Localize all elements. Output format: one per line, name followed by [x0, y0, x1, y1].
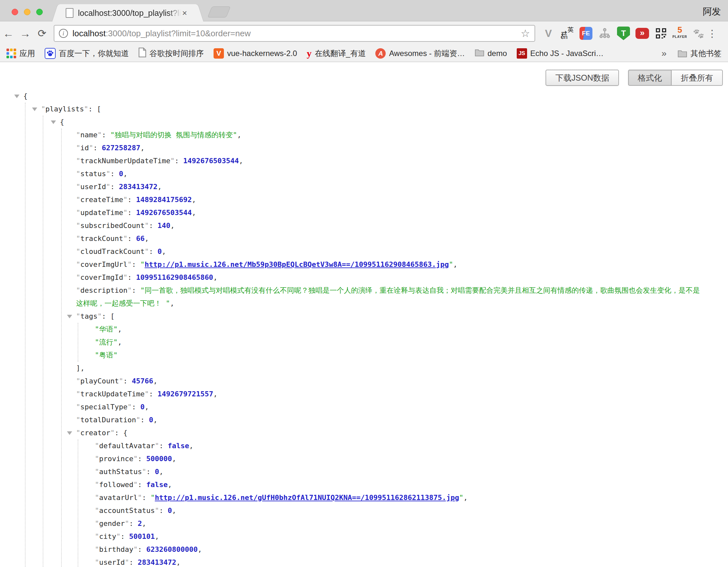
json-quote: "	[95, 481, 99, 489]
collapse-toggle-icon[interactable]	[14, 95, 19, 98]
tab-strip: localhost:3000/top_playlist?lim × 阿发	[0, 0, 728, 21]
json-quote: "	[76, 273, 80, 281]
bookmark-label: vue-hackernews-2.0	[227, 49, 297, 58]
json-colon: :	[93, 144, 102, 152]
new-tab-button[interactable]	[207, 6, 231, 17]
json-colon: :	[132, 403, 140, 411]
json-quote: "	[145, 221, 149, 229]
json-number-value: 0	[149, 416, 153, 424]
bookmark-youdao[interactable]: y在线翻译_有道	[307, 48, 366, 59]
json-line: "cloudTrackCount": 0,	[0, 245, 728, 258]
bookmark-label: demo	[488, 49, 507, 58]
chrome-menu-icon[interactable]: ⋮	[707, 28, 717, 39]
collapse-all-button[interactable]: 折叠所有	[672, 70, 723, 86]
json-number-value: 500101	[129, 532, 155, 540]
format-button[interactable]: 格式化	[628, 70, 672, 86]
json-key: createTime	[80, 195, 123, 204]
back-icon[interactable]: ←	[0, 27, 17, 40]
json-colon: :	[115, 429, 123, 437]
json-key: accountStatus	[99, 507, 155, 515]
json-quote: "	[155, 507, 159, 515]
bookmark-google-sort[interactable]: 谷歌按时间排序	[138, 48, 204, 59]
json-comma: ,	[453, 260, 458, 268]
bookmarks-overflow-icon[interactable]: »	[661, 48, 667, 59]
json-colon: :	[127, 234, 136, 242]
other-bookmarks-folder[interactable]: 其他书签	[678, 48, 722, 59]
json-quote: "	[119, 377, 123, 385]
bookmark-label: Awesomes - 前端资…	[389, 48, 465, 59]
bookmark-label: 在线翻译_有道	[315, 48, 366, 59]
translate-icon[interactable]: ⇄英en	[560, 26, 574, 40]
bookmark-baidu[interactable]: 百度一下，你就知道	[45, 48, 129, 59]
json-comma: ,	[118, 325, 122, 333]
collapse-toggle-icon[interactable]	[67, 431, 72, 435]
collapse-toggle-icon[interactable]	[67, 315, 72, 318]
json-line: "userId": 283413472,	[0, 556, 728, 567]
collapse-toggle-icon[interactable]	[32, 107, 37, 111]
json-line: "华语",	[0, 323, 728, 336]
bookmark-awesomes[interactable]: AAwesomes - 前端资…	[375, 48, 465, 59]
json-colon: :	[132, 286, 140, 295]
json-comma: ,	[237, 131, 241, 139]
reload-icon[interactable]: ⟳	[34, 27, 50, 39]
json-number-value: 45766	[132, 377, 153, 385]
bookmark-echojs[interactable]: JSEcho JS - JavaScri…	[517, 48, 604, 59]
bookmark-apps[interactable]: 应用	[6, 48, 35, 59]
url-host: localhost	[72, 28, 106, 38]
sitemap-icon[interactable]	[598, 26, 612, 40]
json-colon: :	[140, 416, 149, 424]
json-string-value: "同一首歌，独唱模式与对唱模式有没有什么不同呢？独唱是一个人的演绎，重在诠释与表…	[76, 286, 700, 307]
json-quote: "	[76, 260, 80, 268]
json-url-link[interactable]: http://p1.music.126.net/gUfH0bhzOfAl71NU…	[155, 494, 459, 502]
json-quote: "	[110, 429, 115, 437]
qrcode-icon[interactable]	[654, 26, 668, 40]
url-path: :3000/top_playlist?limit=10&order=new	[106, 28, 251, 38]
json-quote: "	[95, 442, 99, 450]
address-bar[interactable]: i localhost:3000/top_playlist?limit=10&o…	[54, 25, 535, 42]
indent-guide	[25, 103, 26, 567]
echojs-icon: JS	[517, 48, 527, 59]
json-quote: "	[127, 260, 132, 268]
video-download-icon[interactable]: »	[635, 26, 649, 40]
bookmark-demo-folder[interactable]: demo	[475, 49, 507, 58]
zoom-window-button[interactable]	[36, 9, 43, 15]
bookmark-star-icon[interactable]: ☆	[521, 27, 530, 39]
json-url-link[interactable]: http://p1.music.126.net/Mb59p30BpEQLcBQe…	[145, 260, 449, 268]
json-line: "playlists": [	[0, 103, 728, 116]
json-colon: :	[127, 208, 136, 217]
json-quote: "	[140, 260, 145, 268]
json-tree: {"playlists": [{"name": "独唱与对唱的切换 氛围与情感的…	[0, 90, 728, 567]
json-quote: "	[133, 481, 138, 489]
json-bracket: [	[97, 105, 101, 113]
close-window-button[interactable]	[12, 9, 18, 15]
json-number-value: 623260800000	[146, 545, 198, 553]
profile-name[interactable]: 阿发	[703, 6, 721, 18]
download-json-button[interactable]: 下载JSON数据	[546, 70, 619, 86]
json-comma: ,	[213, 273, 217, 281]
paw-icon[interactable]: 🐾	[692, 26, 705, 40]
json-line: "流行",	[0, 336, 728, 349]
tab-close-icon[interactable]: ×	[182, 9, 187, 17]
json-key: playlists	[45, 105, 84, 113]
bookmark-label: 百度一下，你就知道	[59, 48, 129, 59]
json-quote: "	[76, 208, 80, 217]
collapse-toggle-icon[interactable]	[51, 120, 56, 124]
forward-icon[interactable]: →	[17, 27, 34, 40]
minimize-window-button[interactable]	[24, 9, 30, 15]
browser-tab[interactable]: localhost:3000/top_playlist?lim ×	[60, 4, 196, 22]
json-line: "province": 500000,	[0, 452, 728, 465]
json-line: "accountStatus": 0,	[0, 504, 728, 517]
json-quote: "	[123, 273, 127, 281]
json-number-value: 0	[140, 403, 145, 411]
fe-icon[interactable]: FE	[579, 26, 593, 40]
url-text[interactable]: localhost:3000/top_playlist?limit=10&ord…	[72, 28, 521, 39]
json-line: {	[0, 116, 728, 128]
json-quote: "	[136, 416, 140, 424]
tampermonkey-shield-icon[interactable]: T	[617, 26, 630, 40]
baidu-paw-icon	[45, 48, 56, 59]
vue-devtools-icon[interactable]: V	[542, 26, 555, 40]
html5-player-icon[interactable]: 5PLAYER	[673, 26, 687, 40]
json-number-value: 0	[158, 247, 162, 255]
bookmark-vue-hackernews[interactable]: Vvue-hackernews-2.0	[214, 48, 297, 59]
page-info-icon[interactable]: i	[59, 29, 68, 38]
